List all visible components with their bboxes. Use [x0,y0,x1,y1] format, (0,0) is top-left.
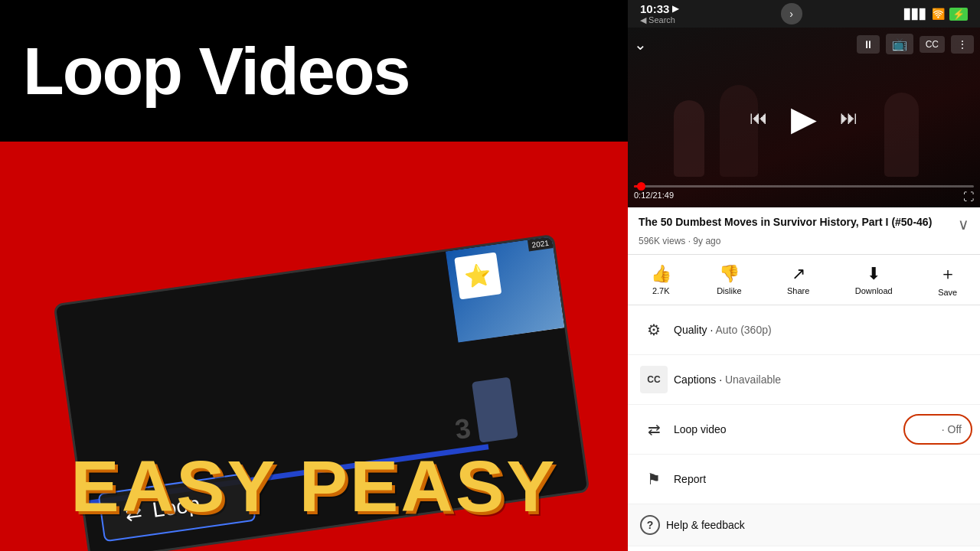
fullscreen-button[interactable]: ⛶ [963,191,974,203]
download-label: Download [855,286,893,295]
top-black-bar: Loop Videos [0,0,628,142]
loop-video-value: · Off [942,423,962,435]
status-time: 10:33 ▶ [640,2,678,15]
share-label: Share [787,286,809,295]
download-button[interactable]: ⬇ Download [855,264,893,295]
status-left: 10:33 ▶ ◀ Search [640,2,678,25]
dislike-button[interactable]: 👎 Dislike [717,264,741,295]
save-icon: ＋ [939,262,956,285]
quality-icon: ⚙ [640,316,668,344]
progress-dot [637,182,645,191]
save-label: Save [938,288,957,297]
settings-menu: ⚙ Quality · Auto (360p) CC Captions · Un… [628,305,980,551]
loop-video-label: Loop video [674,423,942,435]
player-top-controls: ⌄ ⏸ 📺 CC ⋮ [634,34,974,54]
share-icon: ↗ [792,264,805,284]
battery-icon: ⚡ [949,8,968,21]
video-title: The 50 Dumbest Moves in Survivor History… [639,215,958,229]
location-icon: ▶ [672,4,678,14]
status-right: ▊▊▊ 🛜 ⚡ [904,8,968,21]
play-button[interactable]: ▶ [791,98,817,137]
report-icon: ⚑ [640,465,668,493]
report-menu-item[interactable]: ⚑ Report [628,455,980,504]
time-row: 0:12 / 21:49 ⛶ [634,191,974,203]
video-meta: 596K views · 9y ago [639,236,969,246]
dislike-icon: 👎 [719,264,740,284]
easy-peasy-text: EASY PEASY [0,445,628,528]
nav-forward-button[interactable]: › [781,3,802,24]
status-search: ◀ Search [640,15,675,25]
skip-forward-button[interactable]: ⏭ [840,107,858,129]
player-bottom: 0:12 / 21:49 ⛶ [634,185,974,203]
video-info: The 50 Dumbest Moves in Survivor History… [628,207,980,255]
cast-button[interactable]: 📺 [886,34,913,54]
collapse-button[interactable]: ⌄ [634,35,647,54]
loop-video-menu-item[interactable]: ⇄ Loop video · Off [628,405,980,455]
expand-button[interactable]: ∨ [958,215,969,233]
like-button[interactable]: 👍 2.7K [651,264,671,295]
pause-button[interactable]: ⏸ [857,35,880,54]
loop-video-icon: ⇄ [640,416,668,443]
quality-menu-item[interactable]: ⚙ Quality · Auto (360p) [628,305,980,355]
help-icon: ? [640,515,660,535]
skip-back-button[interactable]: ⏮ [750,107,768,129]
like-count: 2.7K [652,286,670,295]
video-player: ⌄ ⏸ 📺 CC ⋮ ⏮ ▶ ⏭ [628,28,980,207]
dislike-label: Dislike [717,286,741,295]
like-icon: 👍 [651,264,671,284]
captions-menu-item[interactable]: CC Captions · Unavailable [628,355,980,405]
main-title: Loop Videos [23,37,409,105]
player-top-right: ⏸ 📺 CC ⋮ [857,34,974,54]
captions-label: Captions · Unavailable [674,373,968,386]
subtitles-button[interactable]: CC [920,36,945,53]
progress-bar[interactable] [634,185,974,187]
right-panel: 10:33 ▶ ◀ Search › ▊▊▊ 🛜 ⚡ ⌄ ⏸ � [628,0,980,551]
share-button[interactable]: ↗ Share [787,264,809,295]
save-button[interactable]: ＋ Save [938,262,957,297]
captions-icon: CC [640,366,668,393]
action-buttons: 👍 2.7K 👎 Dislike ↗ Share ⬇ Download ＋ Sa… [628,255,980,305]
quality-label: Quality · Auto (360p) [674,324,968,336]
wifi-icon: 🛜 [932,8,945,20]
phone-status-bar: 10:33 ▶ ◀ Search › ▊▊▊ 🛜 ⚡ [628,0,980,28]
player-center-controls: ⏮ ▶ ⏭ [628,98,980,137]
time-current: 0:12 [634,191,650,203]
signal-icon: ▊▊▊ [904,8,927,20]
help-feedback-menu-item[interactable]: ? Help & feedback [628,504,980,546]
more-options-button[interactable]: ⋮ [951,35,974,54]
time-total: 21:49 [652,191,674,203]
download-icon: ⬇ [867,264,880,284]
report-label: Report [674,473,968,485]
mockup-thumbnail: ⭐ 2021 [446,236,564,342]
left-panel: Loop Videos ⭐ 2021 3 ⇄ Loop [0,0,628,551]
help-feedback-label: Help & feedback [666,519,968,531]
red-area: ⭐ 2021 3 ⇄ Loop EASY PEASY [0,142,628,551]
